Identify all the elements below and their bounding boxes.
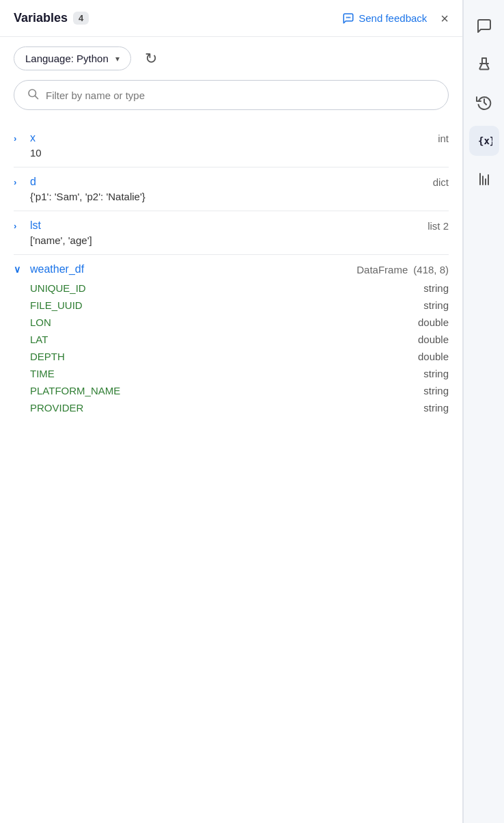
chevron-down-icon: ▾ — [115, 54, 120, 64]
chat-icon — [476, 18, 492, 34]
variable-d-type: dict — [433, 176, 449, 188]
history-icon — [476, 94, 492, 111]
df-col-lon: LON double — [30, 314, 449, 331]
expand-df-icon: ∨ — [14, 264, 25, 275]
send-feedback-label: Send feedback — [359, 12, 427, 24]
variable-lst-value: ['name', 'age'] — [14, 233, 449, 252]
variable-weather-df: ∨ weather_df DataFrame (418, 8) UNIQUE_I… — [14, 258, 449, 422]
df-col-depth: DEPTH double — [30, 348, 449, 365]
language-selector[interactable]: Language: Python ▾ — [14, 46, 131, 70]
search-container — [0, 80, 462, 121]
variable-df-type: DataFrame — [356, 264, 408, 275]
df-col-unique-id: UNIQUE_ID string — [30, 280, 449, 297]
variable-d-row[interactable]: › d dict — [14, 170, 449, 189]
right-sidebar: {x} — [463, 0, 504, 823]
flask-icon — [476, 56, 492, 72]
variable-weather-df-row[interactable]: ∨ weather_df DataFrame (418, 8) — [14, 258, 449, 277]
dataframe-columns: UNIQUE_ID string FILE_UUID string LON do… — [14, 277, 449, 422]
variables-count-badge: 4 — [73, 12, 89, 25]
search-input[interactable] — [46, 90, 436, 101]
variables-icon: {x} — [476, 133, 492, 149]
send-feedback-button[interactable]: Send feedback — [342, 12, 427, 25]
flask-sidebar-button[interactable] — [469, 49, 499, 79]
refresh-button[interactable]: ↻ — [139, 47, 163, 70]
panel-header: Variables 4 Send feedback × — [0, 0, 462, 37]
divider-lst — [14, 254, 449, 255]
variable-x-name: x — [30, 132, 36, 144]
variable-lst: › lst list 2 ['name', 'age'] — [14, 214, 449, 252]
toolbar: Language: Python ▾ ↻ — [0, 37, 462, 80]
variable-x-row[interactable]: › x int — [14, 126, 449, 146]
svg-point-1 — [348, 17, 349, 18]
close-button[interactable]: × — [440, 12, 449, 25]
variable-lst-type: list 2 — [428, 220, 449, 232]
variable-lst-name: lst — [30, 219, 41, 232]
df-col-platform-name: PLATFORM_NAME string — [30, 382, 449, 399]
refresh-icon: ↻ — [145, 50, 157, 68]
svg-point-0 — [347, 17, 348, 18]
language-label: Language: Python — [25, 53, 109, 64]
history-sidebar-button[interactable] — [469, 87, 499, 118]
title-text: Variables — [14, 11, 68, 25]
df-col-provider: PROVIDER string — [30, 399, 449, 416]
search-bar — [14, 80, 449, 110]
columns-sidebar-button[interactable] — [469, 164, 499, 194]
df-col-lat: LAT double — [30, 331, 449, 348]
expand-d-icon: › — [14, 177, 25, 187]
columns-icon — [476, 171, 492, 187]
variable-x-value: 10 — [14, 146, 449, 164]
panel-title: Variables 4 — [14, 11, 89, 25]
df-col-file-uuid: FILE_UUID string — [30, 297, 449, 314]
variables-list: › x int 10 › d dict {'p1': 'Sam', 'p2': … — [0, 121, 462, 823]
search-icon — [27, 87, 39, 103]
variable-x: › x int 10 — [14, 126, 449, 164]
variable-d: › d dict {'p1': 'Sam', 'p2': 'Natalie'} — [14, 170, 449, 208]
df-col-time: TIME string — [30, 365, 449, 382]
variable-df-name: weather_df — [30, 263, 84, 275]
variables-sidebar-button[interactable]: {x} — [469, 126, 499, 156]
divider-d — [14, 211, 449, 211]
svg-line-4 — [35, 96, 38, 98]
variable-df-shape: (418, 8) — [413, 264, 449, 275]
expand-lst-icon: › — [14, 221, 25, 231]
divider-x — [14, 167, 449, 167]
feedback-icon — [342, 12, 354, 25]
variables-panel: Variables 4 Send feedback × Language: Py… — [0, 0, 463, 823]
variable-x-type: int — [438, 133, 449, 144]
variable-d-name: d — [30, 176, 36, 188]
variable-d-value: {'p1': 'Sam', 'p2': 'Natalie'} — [14, 189, 449, 208]
expand-x-icon: › — [14, 133, 25, 144]
chat-sidebar-button[interactable] — [469, 11, 499, 41]
variable-lst-row[interactable]: › lst list 2 — [14, 214, 449, 233]
svg-text:{x}: {x} — [478, 135, 492, 146]
svg-point-2 — [350, 17, 350, 18]
